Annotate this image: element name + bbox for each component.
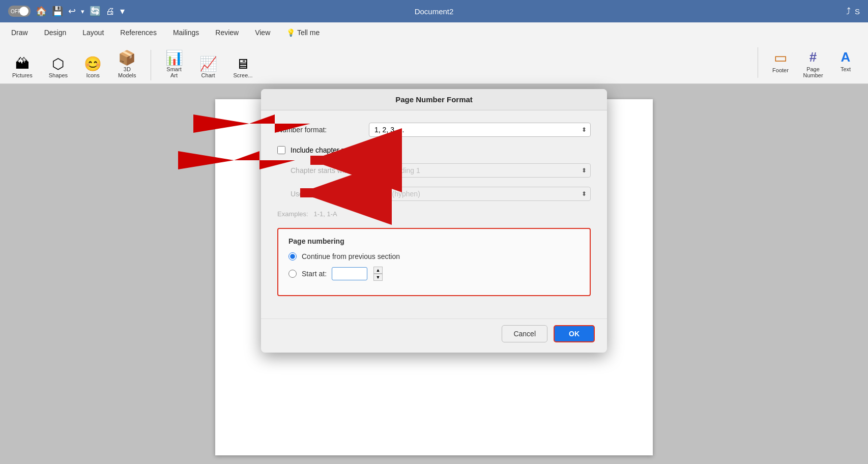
examples-value: 1-1, 1-A	[314, 210, 337, 218]
smartart-label: SmartArt	[166, 66, 181, 78]
ribbon-right-group: ▭ Footer # PageNumber A Text	[754, 45, 860, 80]
footer-icon: ▭	[774, 49, 787, 66]
chapter-starts-label: Chapter starts with style:	[291, 166, 382, 175]
number-format-label: Number format:	[277, 126, 369, 134]
screenshot-button[interactable]: 🖥 Scree...	[229, 55, 257, 80]
pictures-label: Pictures	[12, 72, 33, 78]
number-format-row: Number format: 1, 2, 3, ... i, ii, iii, …	[277, 123, 591, 137]
icons-label: Icons	[86, 72, 99, 78]
separator-label: Use separator:	[291, 190, 382, 198]
text-icon: A	[841, 49, 851, 65]
smartart-button[interactable]: 📊 SmartArt	[161, 49, 187, 80]
document-title: Document2	[415, 7, 454, 16]
text-label: Text	[841, 66, 851, 72]
customize-icon[interactable]: ▾	[120, 6, 125, 17]
stepper-down-button[interactable]: ▼	[373, 274, 383, 281]
shapes-button[interactable]: ⬡ Shapes	[45, 55, 72, 80]
print-icon[interactable]: 🖨	[106, 6, 115, 17]
title-bar-right: ⤴ S	[846, 6, 860, 17]
footer-button[interactable]: ▭ Footer	[766, 47, 795, 75]
chapter-style-row: Chapter starts with style: Heading 1 ⬍	[291, 163, 591, 178]
autosave-toggle[interactable]: OFF	[8, 6, 31, 17]
tab-design[interactable]: Design	[37, 25, 74, 40]
separator-select-wrapper: - (hyphen) ⬍	[382, 187, 591, 201]
page-numbering-title: Page numbering	[288, 237, 580, 245]
include-chapter-label: Include chapter number	[291, 146, 365, 154]
pictures-icon: 🏔	[15, 57, 30, 71]
pictures-button[interactable]: 🏔 Pictures	[8, 55, 37, 80]
chapter-style-select[interactable]: Heading 1	[382, 163, 591, 178]
document-area: Page Number Format Number format: 1, 2, …	[0, 84, 868, 464]
tab-layout[interactable]: Layout	[75, 25, 111, 40]
shapes-icon: ⬡	[52, 57, 64, 71]
undo-dropdown-icon[interactable]: ▾	[81, 8, 84, 15]
screenshot-icon: 🖥	[236, 57, 250, 71]
screenshot-label: Scree...	[234, 72, 253, 78]
start-at-label: Start at:	[302, 270, 327, 278]
ribbon-tabs: Draw Design Layout References Mailings R…	[0, 22, 868, 43]
page-number-format-dialog: Page Number Format Number format: 1, 2, …	[261, 89, 607, 353]
continue-from-label: Continue from previous section	[302, 252, 400, 260]
save-icon[interactable]: 💾	[52, 6, 63, 17]
include-chapter-row: Include chapter number	[277, 146, 591, 154]
separator-select[interactable]: - (hyphen)	[382, 187, 591, 201]
share-icon[interactable]: ⤴	[846, 6, 851, 17]
include-chapter-checkbox[interactable]	[277, 146, 285, 154]
modal-title: Page Number Format	[261, 89, 607, 110]
chapter-style-select-wrapper: Heading 1 ⬍	[382, 163, 591, 178]
page-number-button[interactable]: # PageNumber	[799, 47, 827, 80]
chart-label: Chart	[201, 72, 215, 78]
ribbon-content: 🏔 Pictures ⬡ Shapes 😊 Icons 📦 3DModels 📊…	[0, 43, 868, 83]
cancel-button[interactable]: Cancel	[502, 325, 547, 342]
3d-models-label: 3DModels	[118, 66, 136, 78]
chart-icon: 📈	[199, 57, 217, 71]
page-number-label: PageNumber	[803, 66, 823, 78]
examples-row: Examples: 1-1, 1-A	[277, 210, 591, 218]
icons-icon: 😊	[84, 57, 102, 71]
number-format-select-wrapper: 1, 2, 3, ... i, ii, iii, ... I, II, III,…	[369, 123, 591, 137]
account-icon[interactable]: S	[855, 7, 860, 16]
modal-overlay: Page Number Format Number format: 1, 2, …	[0, 84, 868, 464]
start-at-stepper: ▲ ▼	[373, 267, 383, 281]
page-numbering-box: Page numbering Continue from previous se…	[277, 228, 591, 296]
chart-button[interactable]: 📈 Chart	[195, 55, 221, 80]
tab-draw[interactable]: Draw	[4, 25, 35, 40]
footer-label: Footer	[772, 67, 789, 73]
continue-from-radio[interactable]	[288, 252, 297, 260]
ribbon: Draw Design Layout References Mailings R…	[0, 22, 868, 84]
examples-label: Examples:	[277, 210, 308, 218]
3d-models-icon: 📦	[118, 51, 136, 65]
home-icon[interactable]: 🏠	[36, 6, 47, 17]
ok-button[interactable]: OK	[554, 325, 595, 342]
start-at-input[interactable]	[332, 267, 367, 280]
tab-mailings[interactable]: Mailings	[166, 25, 206, 40]
shapes-label: Shapes	[49, 72, 68, 78]
page-number-icon: #	[809, 49, 817, 65]
start-at-row: Start at: ▲ ▼	[288, 267, 580, 281]
icons-button[interactable]: 😊 Icons	[80, 55, 106, 80]
text-button[interactable]: A Text	[831, 47, 860, 74]
modal-body: Number format: 1, 2, 3, ... i, ii, iii, …	[261, 110, 607, 318]
title-bar: OFF 🏠 💾 ↩ ▾ 🔄 🖨 ▾ Document2 ⤴ S	[0, 0, 868, 22]
smartart-icon: 📊	[165, 51, 183, 65]
3d-models-button[interactable]: 📦 3DModels	[114, 49, 140, 80]
start-at-radio[interactable]	[288, 270, 297, 278]
tab-review[interactable]: Review	[208, 25, 246, 40]
number-format-select[interactable]: 1, 2, 3, ... i, ii, iii, ... I, II, III,…	[369, 123, 591, 137]
svg-marker-3	[178, 151, 234, 169]
title-bar-controls: OFF 🏠 💾 ↩ ▾ 🔄 🖨 ▾	[8, 6, 125, 17]
tab-references[interactable]: References	[113, 25, 164, 40]
tab-tell-me[interactable]: 💡 Tell me	[279, 25, 327, 40]
redo-icon[interactable]: 🔄	[90, 6, 101, 17]
stepper-up-button[interactable]: ▲	[373, 267, 383, 274]
continue-from-row: Continue from previous section	[288, 252, 580, 260]
tab-view[interactable]: View	[248, 25, 277, 40]
modal-footer: Cancel OK	[261, 318, 607, 353]
svg-marker-1	[193, 114, 249, 133]
separator-row: Use separator: - (hyphen) ⬍	[291, 187, 591, 201]
undo-icon[interactable]: ↩	[68, 6, 76, 17]
